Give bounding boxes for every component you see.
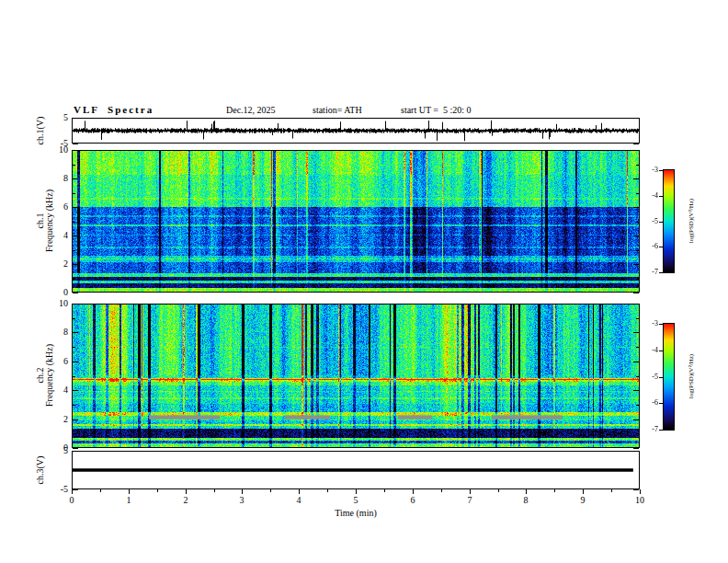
- ch3-voltage-axis-label: ch.3(V): [36, 456, 45, 485]
- colorbar-tick: [659, 377, 663, 378]
- y-axis-minor-tick: [73, 318, 75, 319]
- x-tick-label: 2: [176, 495, 195, 505]
- x-axis-tick: [583, 489, 584, 494]
- y-axis-tick: [633, 362, 639, 362]
- ch1-waveform-panel: [72, 118, 640, 144]
- x-tick-label: 3: [233, 495, 251, 505]
- colorbar-1-label: log(PSD)(V²/Hz): [688, 199, 695, 243]
- colorbar-tick-label: -4: [643, 191, 658, 200]
- x-axis-tick: [72, 489, 73, 494]
- y-axis-tick: [633, 332, 639, 333]
- x-axis-tick: [640, 489, 641, 494]
- y-axis-tick: [633, 207, 639, 208]
- x-tick-label: 9: [574, 495, 592, 505]
- colorbar-tick-label: -5: [643, 217, 658, 225]
- x-tick-label: 6: [404, 495, 422, 505]
- plot-date: Dec.12, 2025: [226, 105, 276, 115]
- y-axis-tick: [633, 236, 639, 236]
- colorbar-1-canvas: [664, 170, 674, 272]
- ch1-spectrogram-panel: [72, 150, 640, 293]
- ch2-spectrogram-canvas: [73, 304, 639, 447]
- y-axis-minor-tick: [636, 405, 639, 406]
- colorbar-tick-label: -6: [643, 398, 658, 407]
- y-axis-minor-tick: [73, 279, 75, 280]
- plot-start-time: start UT = 5 :20: 0: [401, 105, 472, 115]
- ch3-waveform-canvas: [73, 452, 639, 488]
- y-axis-minor-tick: [636, 250, 639, 251]
- y-tick-label: 8: [46, 173, 68, 183]
- y-axis-minor-tick: [73, 376, 75, 377]
- y-axis-tick: [73, 390, 78, 391]
- y-axis-tick: [73, 489, 78, 490]
- y-axis-tick: [73, 419, 78, 420]
- y-tick-label: -5: [46, 484, 68, 494]
- x-axis-tick: [356, 489, 357, 494]
- colorbar-tick: [659, 196, 663, 197]
- y-axis-tick: [633, 144, 639, 144]
- y-tick-label: 5: [46, 112, 68, 122]
- x-axis-minor-tick: [270, 489, 271, 492]
- y-axis-tick: [633, 118, 639, 119]
- y-axis-minor-tick: [636, 376, 639, 377]
- colorbar-tick-label: -7: [643, 268, 658, 276]
- x-axis-minor-tick: [157, 489, 158, 492]
- x-axis-minor-tick: [441, 489, 442, 492]
- y-axis-tick: [633, 390, 639, 391]
- colorbar-tick-label: -3: [643, 319, 658, 327]
- y-axis-tick: [73, 362, 78, 362]
- y-axis-tick: [633, 448, 639, 449]
- y-axis-tick: [633, 419, 639, 420]
- y-tick-label: 6: [46, 356, 68, 366]
- y-axis-tick: [633, 489, 639, 490]
- y-axis-minor-tick: [73, 347, 75, 348]
- y-tick-label: 2: [46, 259, 68, 269]
- y-axis-tick: [73, 451, 78, 452]
- y-axis-minor-tick: [636, 433, 639, 434]
- x-axis-tick: [470, 489, 471, 494]
- y-axis-tick: [73, 304, 78, 304]
- x-axis-minor-tick: [498, 489, 499, 492]
- colorbar-2-label: log(PSD)(V²/Hz): [688, 354, 695, 398]
- x-tick-label: 10: [631, 495, 649, 505]
- colorbar-tick: [659, 350, 663, 351]
- y-axis-minor-tick: [73, 193, 75, 194]
- y-axis-minor-tick: [636, 347, 639, 348]
- x-axis-tick: [526, 489, 527, 494]
- y-axis-tick: [73, 150, 78, 151]
- x-axis-minor-tick: [214, 489, 215, 492]
- y-axis-tick: [73, 264, 78, 265]
- ch2-spectrogram-panel: [72, 304, 640, 448]
- colorbar-tick-label: -7: [643, 425, 658, 433]
- y-tick-label: 2: [46, 414, 68, 424]
- y-axis-tick: [633, 304, 639, 304]
- y-axis-tick: [73, 332, 78, 333]
- y-axis-tick: [633, 178, 639, 179]
- x-tick-label: 7: [461, 495, 479, 505]
- y-axis-minor-tick: [73, 405, 75, 406]
- vlf-spectra-figure: VLF Spectra Dec.12, 2025 station= ATH st…: [0, 0, 728, 563]
- ch3-waveform-panel: [72, 451, 640, 489]
- axis-label-text: ch.1(V): [36, 117, 45, 145]
- axis-label-text: ch.3(V): [36, 456, 45, 485]
- x-axis-tick: [413, 489, 414, 494]
- colorbar-1: [663, 169, 675, 273]
- ch1-voltage-axis-label: ch.1(V): [36, 117, 45, 145]
- x-axis-tick: [186, 489, 187, 494]
- x-tick-label: 0: [63, 495, 81, 505]
- y-axis-minor-tick: [636, 279, 639, 280]
- plot-title: VLF Spectra: [74, 104, 154, 115]
- ch1-spectrogram-canvas: [73, 151, 639, 292]
- x-axis-minor-tick: [327, 489, 328, 492]
- x-axis-minor-tick: [100, 489, 101, 492]
- colorbar-tick: [659, 272, 663, 273]
- y-tick-label: 5: [46, 445, 68, 455]
- x-axis-minor-tick: [554, 489, 555, 492]
- y-axis-minor-tick: [636, 222, 639, 223]
- colorbar-tick: [659, 222, 663, 223]
- y-tick-label: 8: [46, 327, 68, 337]
- y-axis-minor-tick: [73, 433, 75, 434]
- colorbar-tick: [659, 403, 663, 404]
- y-tick-label: 0: [46, 287, 68, 297]
- colorbar-tick-label: -3: [643, 166, 658, 174]
- y-axis-minor-tick: [636, 318, 639, 319]
